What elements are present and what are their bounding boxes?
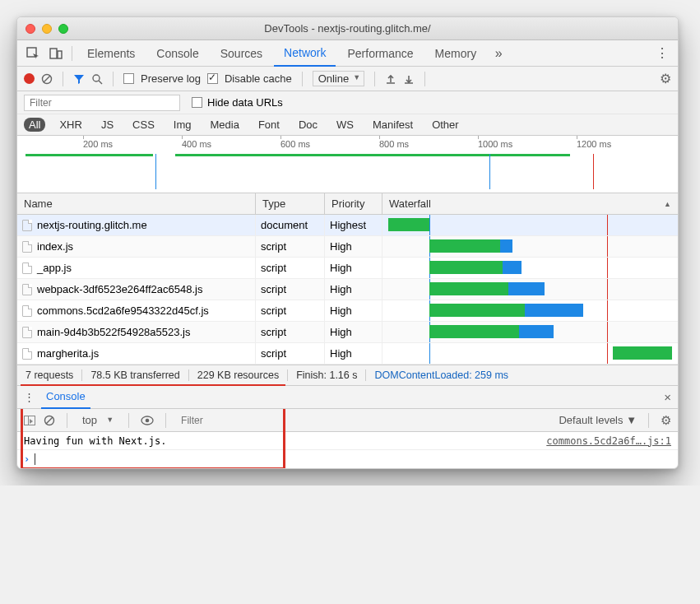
pill-img[interactable]: Img — [169, 118, 197, 132]
tick-label: 400 ms — [182, 139, 211, 149]
close-icon[interactable] — [25, 24, 35, 34]
cell-waterfall — [382, 215, 678, 235]
pill-font[interactable]: Font — [253, 118, 285, 132]
disable-cache-checkbox[interactable] — [207, 73, 218, 84]
main-tabs: Elements Console Sources Network Perform… — [17, 40, 678, 67]
kebab-icon[interactable]: ⋮ — [651, 44, 673, 63]
pill-media[interactable]: Media — [205, 118, 243, 132]
prompt-caret-icon: › — [24, 453, 30, 465]
cell-type: script — [256, 343, 325, 364]
pill-other[interactable]: Other — [427, 118, 464, 132]
cell-type: document — [256, 215, 325, 235]
pill-doc[interactable]: Doc — [294, 118, 322, 132]
filter-input[interactable] — [24, 95, 180, 111]
tab-performance[interactable]: Performance — [337, 40, 423, 67]
console-clear-icon[interactable] — [44, 415, 55, 426]
preserve-log-checkbox[interactable] — [123, 73, 134, 84]
cell-priority: Highest — [325, 215, 382, 235]
record-icon[interactable] — [24, 73, 35, 84]
pill-css[interactable]: CSS — [127, 118, 160, 132]
cell-priority: High — [325, 258, 382, 278]
console-settings-icon[interactable]: ⚙ — [661, 413, 671, 428]
summary-requests: 7 requests — [17, 369, 82, 381]
drawer-kebab-icon[interactable]: ⋮ — [24, 391, 35, 403]
minimize-icon[interactable] — [42, 24, 52, 34]
svg-line-4 — [44, 76, 50, 82]
cell-waterfall — [382, 300, 678, 321]
col-name[interactable]: Name — [17, 193, 256, 214]
drawer-tab-console[interactable]: Console — [41, 386, 90, 409]
table-row[interactable]: margherita.jsscriptHigh — [17, 343, 678, 365]
live-expression-icon[interactable] — [141, 416, 154, 425]
drawer-close-icon[interactable]: × — [664, 390, 671, 404]
hide-data-urls-label: Hide data URLs — [207, 96, 283, 109]
table-row[interactable]: index.jsscriptHigh — [17, 236, 678, 258]
tab-network[interactable]: Network — [274, 40, 336, 67]
console-sidebar-icon[interactable] — [24, 416, 35, 425]
console-filter-input[interactable] — [178, 413, 550, 428]
upload-har-icon[interactable] — [385, 73, 396, 85]
pill-xhr[interactable]: XHR — [54, 118, 86, 132]
file-name: nextjs-routing.glitch.me — [37, 219, 147, 231]
inspect-icon[interactable] — [22, 44, 44, 63]
more-tabs-icon[interactable]: » — [488, 44, 509, 63]
preserve-log-label: Preserve log — [141, 72, 201, 85]
pill-all[interactable]: All — [24, 118, 45, 132]
console-prompt[interactable]: › — [17, 450, 678, 468]
titlebar: DevTools - nextjs-routing.glitch.me/ — [17, 17, 678, 40]
summary-transferred: 78.5 KB transferred — [82, 369, 188, 381]
pill-manifest[interactable]: Manifest — [368, 118, 418, 132]
file-name: margherita.js — [37, 347, 99, 360]
maximize-icon[interactable] — [58, 24, 68, 34]
table-row[interactable]: webpack-3df6523e264ff2ac6548.jsscriptHig… — [17, 279, 678, 300]
filter-icon[interactable] — [73, 73, 85, 85]
tick-label: 1200 ms — [577, 139, 611, 149]
col-priority[interactable]: Priority — [325, 193, 382, 214]
device-icon[interactable] — [45, 44, 67, 63]
file-name: commons.5cd2a6fe9543322d45cf.js — [37, 304, 209, 317]
file-icon — [22, 327, 32, 338]
tab-elements[interactable]: Elements — [77, 40, 145, 67]
hide-data-urls-checkbox[interactable] — [192, 97, 202, 108]
cell-waterfall — [382, 322, 678, 342]
window-title: DevTools - nextjs-routing.glitch.me/ — [17, 22, 678, 35]
file-name: main-9d4b3b522f54928a5523.js — [37, 326, 191, 338]
col-type[interactable]: Type — [256, 193, 325, 214]
download-har-icon[interactable] — [403, 73, 415, 85]
cell-waterfall — [382, 279, 678, 300]
cell-waterfall — [382, 236, 678, 257]
log-levels-select[interactable]: Default levels ▼ — [559, 414, 637, 426]
tab-memory[interactable]: Memory — [425, 40, 487, 67]
table-row[interactable]: commons.5cd2a6fe9543322d45cf.jsscriptHig… — [17, 300, 678, 322]
summary-bar: 7 requests 78.5 KB transferred 229 KB re… — [17, 365, 678, 386]
tab-console[interactable]: Console — [146, 40, 208, 67]
throttling-select[interactable]: Online — [313, 71, 365, 86]
devtools-window: DevTools - nextjs-routing.glitch.me/ Ele… — [16, 16, 679, 469]
network-toolbar: Preserve log Disable cache Online ⚙ — [17, 67, 678, 91]
cell-type: script — [256, 279, 325, 300]
console-message: Having fun with Next.js. commons.5cd2a6f… — [17, 432, 678, 450]
table-row[interactable]: main-9d4b3b522f54928a5523.jsscriptHigh — [17, 322, 678, 343]
search-icon[interactable] — [91, 73, 103, 85]
context-select[interactable]: top — [79, 414, 117, 426]
svg-line-8 — [46, 417, 53, 424]
file-name: index.js — [37, 240, 73, 253]
table-row[interactable]: nextjs-routing.glitch.medocumentHighest — [17, 215, 678, 236]
svg-rect-2 — [58, 51, 62, 58]
svg-line-6 — [99, 81, 102, 84]
console-text: Having fun with Next.js. — [24, 435, 166, 447]
console-source-link[interactable]: commons.5cd2a6f….js:1 — [546, 435, 671, 447]
summary-finish: Finish: 1.16 s — [288, 369, 366, 381]
table-row[interactable]: _app.jsscriptHigh — [17, 258, 678, 279]
network-rows: nextjs-routing.glitch.medocumentHighesti… — [17, 215, 678, 365]
pill-ws[interactable]: WS — [331, 118, 359, 132]
clear-icon[interactable] — [41, 73, 53, 85]
settings-icon[interactable]: ⚙ — [660, 71, 671, 86]
pill-js[interactable]: JS — [96, 118, 118, 132]
timeline-overview[interactable]: 200 ms 400 ms 600 ms 800 ms 1000 ms 1200… — [17, 136, 678, 193]
tab-sources[interactable]: Sources — [211, 40, 272, 67]
col-waterfall[interactable]: Waterfall▲ — [382, 193, 678, 214]
svg-point-5 — [93, 75, 100, 81]
cell-priority: High — [325, 300, 382, 321]
tick-label: 200 ms — [83, 139, 113, 149]
